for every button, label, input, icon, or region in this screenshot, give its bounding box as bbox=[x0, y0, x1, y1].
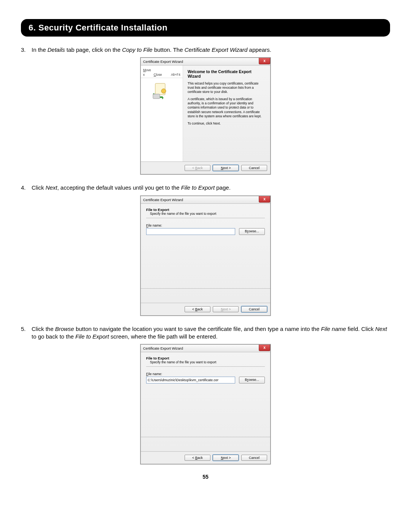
browse-button[interactable]: Browse... bbox=[239, 377, 265, 383]
step-number: 5. bbox=[21, 325, 32, 341]
wizard-paragraph: To continue, click Next. bbox=[188, 121, 266, 126]
cancel-button[interactable]: Cancel bbox=[241, 455, 267, 461]
step-3: 3. In the Details tab page, click on the… bbox=[21, 46, 390, 54]
back-button: < Back bbox=[185, 165, 210, 171]
dialog-title: Certificate Export Wizard bbox=[143, 198, 183, 202]
titlebar: Certificate Export Wizard x bbox=[141, 345, 270, 352]
step-4: 4. Click Next, accepting the default val… bbox=[21, 184, 390, 192]
browse-button[interactable]: Browse... bbox=[239, 228, 265, 235]
next-button[interactable]: Next > bbox=[213, 165, 239, 171]
step-text: Click the Browse button to navigate the … bbox=[32, 325, 390, 341]
menu-close[interactable]: Close bbox=[154, 73, 162, 77]
svg-point-1 bbox=[161, 89, 166, 93]
file-name-input[interactable] bbox=[146, 228, 235, 235]
titlebar: Certificate Export Wizard x bbox=[141, 196, 270, 204]
close-icon[interactable]: x bbox=[259, 196, 270, 203]
cancel-button[interactable]: Cancel bbox=[241, 306, 267, 312]
back-button[interactable]: < Back bbox=[185, 306, 210, 312]
step-text: Click Next, accepting the default values… bbox=[32, 184, 390, 192]
close-icon[interactable]: x bbox=[259, 345, 270, 351]
section-header: 6. Security Certificate Installation bbox=[21, 19, 390, 37]
wizard-file-export-empty: Certificate Export Wizard x File to Expo… bbox=[140, 196, 271, 316]
next-button[interactable]: Next > bbox=[213, 455, 239, 461]
svg-marker-2 bbox=[162, 96, 164, 99]
menu-shortcut: Alt+F4 bbox=[171, 73, 180, 77]
panel-title: File to Export bbox=[146, 208, 265, 212]
svg-rect-3 bbox=[153, 94, 160, 99]
wizard-welcome-dialog: Certificate Export Wizard x Move x Close… bbox=[140, 58, 271, 174]
menu-x-glyph: x bbox=[143, 73, 145, 77]
step-text: In the Details tab page, click on the Co… bbox=[32, 46, 390, 54]
system-menu: Move x Close Alt+F4 bbox=[141, 67, 183, 78]
file-name-label: File name: bbox=[146, 372, 265, 376]
next-button: Next > bbox=[213, 306, 239, 312]
wizard-file-export-filled: Certificate Export Wizard x File to Expo… bbox=[140, 344, 271, 464]
menu-move[interactable]: Move bbox=[143, 68, 151, 72]
wizard-left-panel: Move x Close Alt+F4 bbox=[141, 66, 183, 161]
file-name-label: File name: bbox=[146, 224, 265, 227]
file-name-input[interactable]: C:\Users\dmuzinic\Desktop\kvm_certificat… bbox=[146, 377, 235, 383]
back-button[interactable]: < Back bbox=[185, 455, 210, 461]
step-5: 5. Click the Browse button to navigate t… bbox=[21, 325, 390, 341]
close-icon[interactable]: x bbox=[259, 58, 270, 64]
certificate-icon bbox=[152, 83, 171, 99]
step-number: 4. bbox=[21, 184, 32, 192]
panel-subtitle: Specify the name of the file you want to… bbox=[146, 212, 265, 216]
titlebar: Certificate Export Wizard x bbox=[141, 58, 270, 66]
dialog-title: Certificate Export Wizard bbox=[143, 346, 183, 350]
panel-title: File to Export bbox=[146, 356, 265, 360]
cancel-button[interactable]: Cancel bbox=[241, 165, 267, 171]
wizard-heading: Welcome to the Certificate Export Wizard bbox=[188, 69, 266, 78]
page-number: 55 bbox=[21, 474, 390, 480]
dialog-title: Certificate Export Wizard bbox=[143, 59, 183, 64]
wizard-paragraph: This wizard helps you copy certificates,… bbox=[188, 81, 266, 94]
step-number: 3. bbox=[21, 46, 32, 54]
wizard-paragraph: A certificate, which is issued by a cert… bbox=[188, 97, 266, 118]
panel-subtitle: Specify the name of the file you want to… bbox=[146, 360, 265, 364]
